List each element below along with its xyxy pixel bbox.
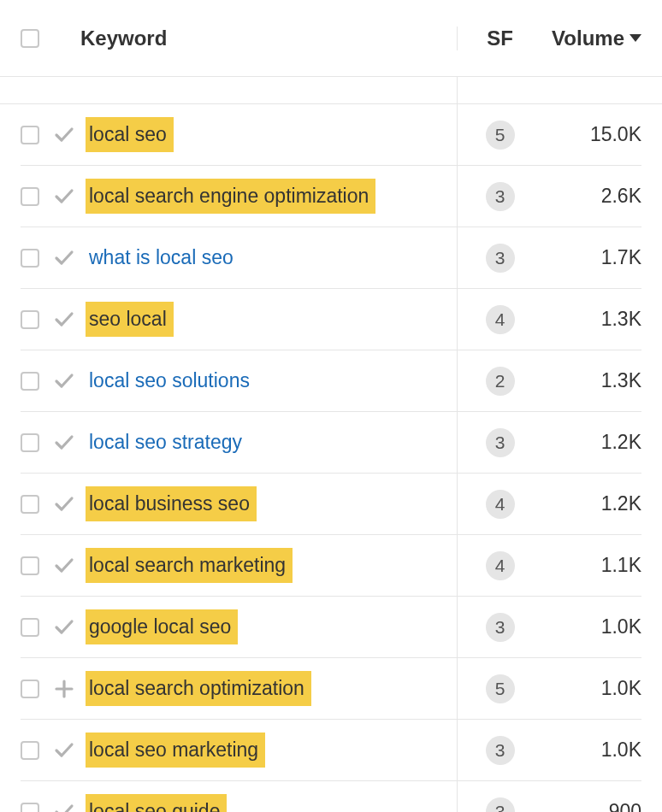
table-row: seo local41.3K [0,289,662,350]
row-checkbox[interactable] [21,372,39,391]
volume-value: 1.0K [601,738,641,762]
keyword-link[interactable]: local seo marketing [86,733,265,768]
check-icon[interactable] [50,555,79,577]
row-checkbox[interactable] [21,741,39,760]
volume-value: 15.0K [590,123,641,146]
sf-badge: 3 [486,182,515,211]
keyword-link[interactable]: what is local seo [86,240,240,276]
check-icon[interactable] [50,801,79,813]
keyword-link[interactable]: local search optimization [86,671,311,707]
sf-badge: 3 [486,428,515,457]
select-all-checkbox[interactable] [21,29,39,48]
table-row: local search engine optimization32.6K [0,166,662,227]
row-checkbox[interactable] [21,618,39,637]
sort-desc-icon [629,34,641,42]
table-row: local seo marketing31.0K [0,720,662,781]
keyword-link[interactable]: local seo guide [86,794,227,812]
keyword-link[interactable]: local seo solutions [86,363,257,399]
volume-value: 1.2K [601,431,641,454]
sf-badge: 5 [486,674,515,703]
table-row: local search optimization51.0K [0,658,662,720]
sf-badge: 3 [486,613,515,642]
check-icon[interactable] [50,739,79,762]
sf-badge: 4 [486,305,515,334]
row-checkbox[interactable] [21,495,39,514]
volume-value: 900 [609,800,641,812]
check-icon[interactable] [50,370,79,392]
keyword-link[interactable]: google local seo [86,609,238,645]
spacer-row [0,77,662,104]
row-checkbox[interactable] [21,433,39,452]
check-icon[interactable] [50,247,79,269]
row-checkbox[interactable] [21,556,39,575]
sf-badge: 3 [486,797,515,813]
volume-value: 2.6K [601,185,641,208]
volume-value: 1.3K [601,308,641,331]
check-icon[interactable] [50,309,79,331]
keyword-table: Keyword SF Volume local seo515.0Klocal s… [0,0,662,812]
row-checkbox[interactable] [21,310,39,329]
row-checkbox[interactable] [21,803,39,813]
check-icon[interactable] [50,185,79,208]
row-checkbox[interactable] [21,680,39,698]
keyword-link[interactable]: local search engine optimization [86,179,375,215]
volume-value: 1.3K [601,369,641,392]
sf-badge: 3 [486,244,515,273]
plus-icon[interactable] [50,678,79,700]
table-header-row: Keyword SF Volume [0,0,662,77]
sf-badge: 3 [486,736,515,765]
table-row: local search marketing41.1K [0,535,662,597]
check-icon[interactable] [50,616,79,638]
volume-value: 1.7K [601,246,641,269]
sf-badge: 5 [486,121,515,150]
sf-badge: 4 [486,551,515,580]
sf-badge: 2 [486,367,515,396]
volume-value: 1.2K [601,492,641,515]
table-row: local seo solutions21.3K [0,350,662,412]
keyword-link[interactable]: local business seo [86,486,257,522]
table-row: local seo guide3900 [0,781,662,812]
col-sf-header[interactable]: SF [487,26,513,50]
row-checkbox[interactable] [21,187,39,206]
check-icon[interactable] [50,493,79,515]
table-row: local business seo41.2K [0,474,662,535]
keyword-link[interactable]: local seo strategy [86,425,249,461]
volume-value: 1.1K [601,554,641,577]
check-icon[interactable] [50,124,79,146]
keyword-link[interactable]: seo local [86,302,174,338]
sf-badge: 4 [486,490,515,519]
volume-value: 1.0K [601,615,641,638]
table-row: local seo strategy31.2K [0,412,662,474]
check-icon[interactable] [50,432,79,454]
keyword-link[interactable]: local search marketing [86,548,293,584]
col-keyword-header[interactable]: Keyword [80,26,167,50]
table-row: what is local seo31.7K [0,227,662,289]
row-checkbox[interactable] [21,249,39,268]
col-volume-header[interactable]: Volume [552,26,641,50]
keyword-link[interactable]: local seo [86,117,174,153]
volume-value: 1.0K [601,677,641,700]
row-checkbox[interactable] [21,126,39,144]
table-row: google local seo31.0K [0,597,662,658]
table-row: local seo515.0K [0,104,662,166]
